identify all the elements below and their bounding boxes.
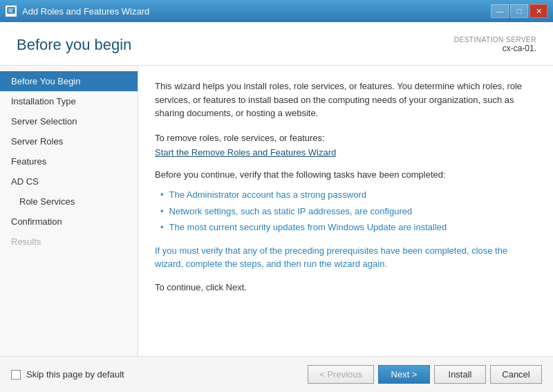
wizard-body: Before You BeginInstallation TypeServer … (0, 66, 553, 356)
bullet-item-2: Network settings, such as static IP addr… (160, 205, 536, 218)
server-name: cx-ca-01. (454, 44, 536, 53)
remove-label: To remove roles, role services, or featu… (155, 131, 536, 145)
sidebar-item-2[interactable]: Server Selection (0, 111, 138, 131)
bullet-text-2: Network settings, such as static IP addr… (169, 205, 413, 218)
window-controls: — □ ✕ (491, 4, 547, 18)
remove-section: To remove roles, role services, or featu… (155, 131, 536, 160)
wizard-icon (6, 6, 17, 17)
window-title: Add Roles and Features Wizard (22, 6, 149, 17)
sidebar-item-7[interactable]: Confirmation (0, 212, 138, 232)
wizard-container: Before you begin DESTINATION SERVER cx-c… (0, 22, 553, 392)
destination-server-label: DESTINATION SERVER (454, 36, 536, 44)
warning-text: If you must verify that any of the prece… (155, 244, 536, 271)
sidebar-item-8: Results (0, 232, 138, 252)
next-button[interactable]: Next > (378, 365, 430, 384)
skip-section: Skip this page by default (11, 369, 124, 380)
destination-server-info: DESTINATION SERVER cx-ca-01. (454, 36, 536, 53)
title-bar: Add Roles and Features Wizard — □ ✕ (0, 0, 553, 22)
bullet-list: The Administrator account has a strong p… (160, 188, 536, 234)
bullet-item-1: The Administrator account has a strong p… (160, 188, 536, 202)
previous-button[interactable]: < Previous (308, 365, 374, 384)
title-bar-left: Add Roles and Features Wizard (6, 6, 149, 17)
sidebar-item-5[interactable]: AD CS (0, 171, 138, 192)
intro-text: This wizard helps you install roles, rol… (155, 80, 536, 120)
sidebar-item-1[interactable]: Installation Type (0, 91, 138, 111)
sidebar-item-0[interactable]: Before You Begin (0, 71, 138, 91)
page-title: Before you begin (17, 36, 131, 54)
skip-checkbox[interactable] (11, 370, 21, 380)
install-button[interactable]: Install (434, 365, 486, 384)
sidebar-item-4[interactable]: Features (0, 151, 138, 171)
minimize-button[interactable]: — (491, 4, 509, 18)
skip-label: Skip this page by default (26, 369, 124, 380)
sidebar-item-6[interactable]: Role Services (0, 192, 138, 212)
cancel-button[interactable]: Cancel (490, 365, 542, 384)
sidebar-item-3[interactable]: Server Roles (0, 131, 138, 151)
bullet-text-3: The most current security updates from W… (169, 221, 447, 234)
wizard-footer: Skip this page by default < Previous Nex… (0, 356, 553, 392)
continue-text: To continue, click Next. (155, 281, 536, 295)
footer-buttons: < Previous Next > Install Cancel (308, 365, 542, 384)
bullet-item-3: The most current security updates from W… (160, 221, 536, 234)
content-area: This wizard helps you install roles, rol… (138, 66, 553, 356)
sidebar: Before You BeginInstallation TypeServer … (0, 66, 138, 356)
verify-text: Before you continue, verify that the fol… (155, 168, 536, 182)
maximize-button[interactable]: □ (510, 4, 528, 18)
wizard-header: Before you begin DESTINATION SERVER cx-c… (0, 22, 553, 66)
close-button[interactable]: ✕ (529, 4, 547, 18)
bullet-text-1: The Administrator account has a strong p… (169, 188, 366, 202)
remove-link[interactable]: Start the Remove Roles and Features Wiza… (155, 147, 336, 158)
